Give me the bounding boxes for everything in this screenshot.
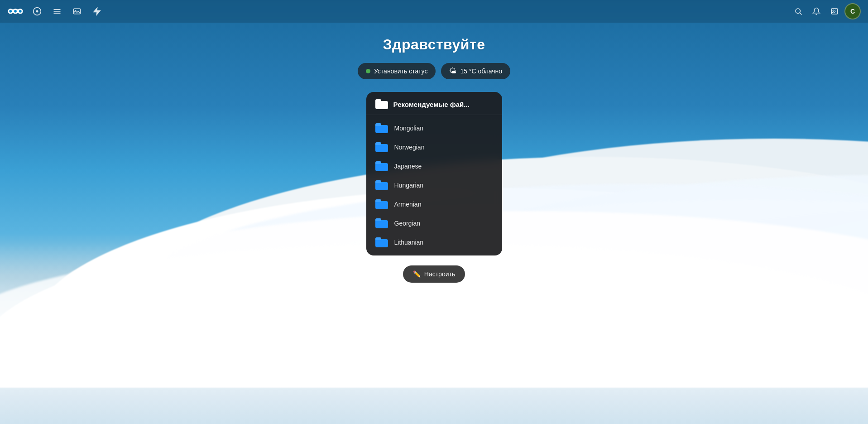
file-name: Lithuanian <box>394 239 424 246</box>
folder-icon <box>375 218 388 228</box>
customize-button[interactable]: ✏️ Настроить <box>403 265 465 283</box>
card-header: Рекомендуемые фай... <box>366 92 502 115</box>
folder-icon <box>375 123 388 133</box>
svg-point-14 <box>833 10 834 11</box>
file-name: Georgian <box>394 220 421 227</box>
nav-item-photos[interactable] <box>69 3 85 19</box>
svg-line-12 <box>800 13 801 14</box>
main-content: Здравствуйте Установить статус 🌤 15 °С о… <box>0 0 868 424</box>
nav-item-files[interactable] <box>49 3 65 19</box>
weather-label: 15 °С облачно <box>460 67 502 75</box>
folder-icon <box>375 142 388 152</box>
svg-point-4 <box>9 10 12 13</box>
list-item[interactable]: Japanese <box>366 157 502 176</box>
pencil-icon: ✏️ <box>413 270 421 278</box>
svg-point-5 <box>14 10 17 13</box>
search-button[interactable] <box>790 3 806 19</box>
folder-icon <box>375 180 388 190</box>
list-item[interactable]: Lithuanian <box>366 233 502 252</box>
svg-point-6 <box>19 10 22 13</box>
list-item[interactable]: Mongolian <box>366 119 502 138</box>
set-status-button[interactable]: Установить статус <box>358 63 436 79</box>
status-dot <box>366 69 370 73</box>
file-list: Mongolian Norwegian Japanese Hungarian A… <box>366 115 502 255</box>
svg-point-8 <box>36 10 38 13</box>
list-item[interactable]: Hungarian <box>366 176 502 195</box>
recommended-files-card: Рекомендуемые фай... Mongolian Norwegian… <box>366 92 502 255</box>
card-title: Рекомендуемые фай... <box>393 101 470 108</box>
nav-left <box>7 3 790 19</box>
notifications-button[interactable] <box>808 3 825 19</box>
folder-icon <box>375 199 388 209</box>
navbar: C <box>0 0 868 23</box>
nav-right: C <box>790 3 861 19</box>
svg-rect-13 <box>831 9 838 14</box>
action-buttons: Установить статус 🌤 15 °С облачно <box>358 63 510 79</box>
file-name: Norwegian <box>394 144 425 151</box>
contacts-button[interactable] <box>826 3 843 19</box>
file-name: Mongolian <box>394 125 424 132</box>
file-name: Japanese <box>394 163 422 170</box>
greeting-text: Здравствуйте <box>383 36 485 53</box>
customize-label: Настроить <box>424 270 455 278</box>
folder-header-icon <box>375 99 388 109</box>
list-item[interactable]: Georgian <box>366 214 502 233</box>
svg-rect-9 <box>74 9 81 14</box>
folder-icon <box>375 161 388 171</box>
list-item[interactable]: Norwegian <box>366 138 502 157</box>
user-avatar[interactable]: C <box>844 3 861 19</box>
nextcloud-logo[interactable] <box>7 3 24 19</box>
nav-item-dashboard[interactable] <box>29 3 45 19</box>
list-item[interactable]: Armenian <box>366 195 502 214</box>
weather-button[interactable]: 🌤 15 °С облачно <box>441 63 510 79</box>
nav-item-activity[interactable] <box>89 3 105 19</box>
set-status-label: Установить статус <box>374 67 428 75</box>
svg-point-11 <box>796 9 801 14</box>
file-name: Armenian <box>394 201 422 208</box>
file-name: Hungarian <box>394 182 424 189</box>
folder-icon <box>375 237 388 247</box>
weather-icon: 🌤 <box>449 67 456 75</box>
